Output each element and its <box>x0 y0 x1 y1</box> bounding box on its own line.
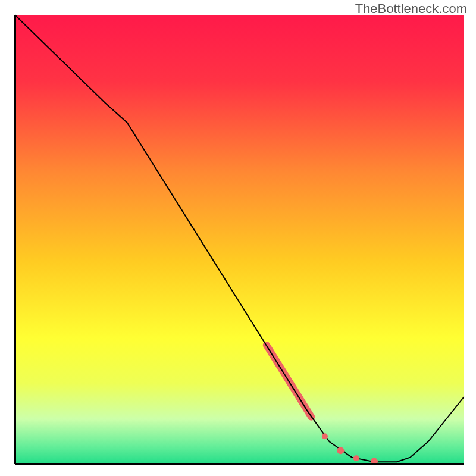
watermark-text: TheBottleneck.com <box>355 1 467 17</box>
plot-background <box>15 15 464 464</box>
highlight-dot <box>353 455 359 461</box>
chart-container: TheBottleneck.com <box>0 0 476 476</box>
highlight-dot <box>322 433 328 439</box>
highlight-dot <box>337 447 344 454</box>
bottleneck-chart <box>0 0 476 476</box>
